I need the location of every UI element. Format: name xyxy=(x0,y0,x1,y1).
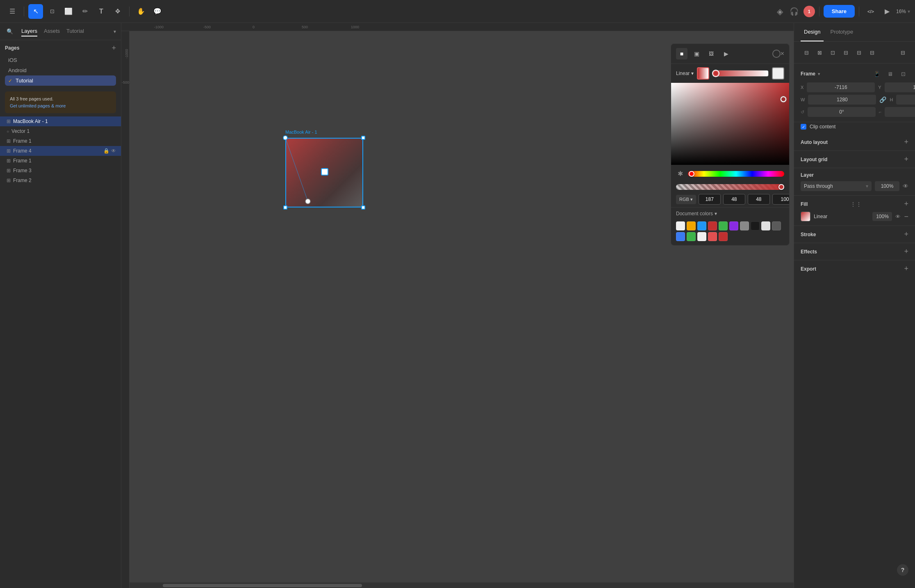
canvas-area[interactable]: -1000 -500 0 500 1000 -1000 -500 MacBook… xyxy=(121,23,794,588)
gradient-start-stop[interactable] xyxy=(697,67,709,80)
layer-mode-select[interactable]: Pass through ▾ xyxy=(801,181,872,191)
frame-tool[interactable]: ⊡ xyxy=(45,4,59,19)
layer-frame1-first[interactable]: ⊞ Frame 1 xyxy=(0,136,121,146)
gradient-type-icon[interactable]: ▣ xyxy=(691,48,702,59)
add-export-button[interactable]: + xyxy=(904,264,908,273)
layer-lock-icon-3[interactable]: 🔒 xyxy=(103,148,109,154)
blue-input[interactable] xyxy=(748,194,770,205)
fill-opacity-input[interactable] xyxy=(872,212,892,221)
add-auto-layout-button[interactable]: + xyxy=(904,138,908,146)
hue-thumb[interactable] xyxy=(689,171,694,177)
layer-macbook-air[interactable]: ⊞ MacBook Air - 1 🔒 👁 xyxy=(0,116,121,126)
opacity-percent-input[interactable] xyxy=(772,194,790,205)
frame-icon-resize[interactable]: ⊡ xyxy=(898,68,908,79)
tab-assets[interactable]: Assets xyxy=(44,26,60,36)
red-input[interactable] xyxy=(699,194,721,205)
swatch-0[interactable] xyxy=(676,221,685,230)
swatch-10[interactable] xyxy=(676,232,685,241)
canvas-scrollbar-horizontal[interactable] xyxy=(130,582,794,588)
hue-slider[interactable] xyxy=(688,171,784,177)
solid-type-icon[interactable]: ■ xyxy=(676,48,687,59)
gradient-track[interactable] xyxy=(712,70,769,77)
gradient-stop-red[interactable] xyxy=(713,71,719,76)
cp-circle-icon[interactable] xyxy=(772,50,781,58)
add-page-button[interactable]: + xyxy=(112,44,116,52)
align-top-button[interactable]: ⊟ xyxy=(840,47,851,58)
tab-layers[interactable]: Layers xyxy=(21,26,37,36)
page-item-android[interactable]: Android xyxy=(5,65,116,75)
layer-opacity-input[interactable] xyxy=(875,181,899,191)
align-right-button[interactable]: ⊡ xyxy=(827,47,838,58)
add-effect-button[interactable]: + xyxy=(904,247,908,256)
cp-close-button[interactable]: × xyxy=(781,50,784,57)
tutorial-chevron[interactable]: ▾ xyxy=(114,29,116,34)
frame-icon-phone[interactable]: 📱 xyxy=(872,68,882,79)
page-item-tutorial[interactable]: ✓ Tutorial xyxy=(5,75,116,86)
opacity-thumb[interactable] xyxy=(778,184,784,190)
swatch-14[interactable] xyxy=(719,232,728,241)
comment-tool[interactable]: 💬 xyxy=(150,4,165,19)
warning-link[interactable]: Get unlimited pages & more xyxy=(10,103,66,108)
fill-remove-button[interactable]: − xyxy=(904,212,908,221)
shape-tool[interactable]: ⬜ xyxy=(61,4,76,19)
menu-icon[interactable]: ☰ xyxy=(5,4,20,19)
canvas-frame-container[interactable]: MacBook Air - 1 xyxy=(285,138,363,207)
swatch-6[interactable] xyxy=(740,221,749,230)
distribute-button[interactable]: ⊟ xyxy=(897,47,908,58)
search-icon[interactable]: 🔍 xyxy=(5,27,15,36)
tab-design[interactable]: Design xyxy=(801,23,824,41)
help-button[interactable]: ? xyxy=(897,564,908,576)
pen-tool[interactable]: ✏ xyxy=(77,4,92,19)
fill-grid-icon[interactable]: ⋮⋮ xyxy=(850,201,862,207)
fill-color-preview[interactable] xyxy=(801,212,810,221)
swatch-7[interactable] xyxy=(751,221,760,230)
align-left-button[interactable]: ⊟ xyxy=(801,47,812,58)
rotation-input[interactable] xyxy=(808,107,876,117)
w-input[interactable] xyxy=(808,95,876,105)
frame-icon-desktop[interactable]: 🖥 xyxy=(885,68,895,79)
swatch-3[interactable] xyxy=(708,221,717,230)
component-tool[interactable]: ❖ xyxy=(110,4,125,19)
scrollbar-thumb-h[interactable] xyxy=(163,584,362,587)
fill-visibility-button[interactable]: 👁 xyxy=(895,214,901,220)
swatch-9[interactable] xyxy=(772,221,781,230)
layer-vector1[interactable]: ○ Vector 1 xyxy=(0,126,121,136)
swatch-2[interactable] xyxy=(697,221,706,230)
image-type-icon[interactable]: 🖼 xyxy=(706,48,717,59)
share-button[interactable]: Share xyxy=(824,5,855,18)
layer-visibility-button[interactable]: 👁 xyxy=(903,183,908,189)
zoom-chevron[interactable]: ▾ xyxy=(908,9,910,14)
add-stroke-button[interactable]: + xyxy=(904,230,908,239)
layer-frame4[interactable]: ⊞ Frame 4 🔒 👁 xyxy=(0,146,121,156)
corner-input[interactable] xyxy=(885,107,915,117)
green-input[interactable] xyxy=(723,194,745,205)
layer-frame3[interactable]: ⊞ Frame 3 xyxy=(0,166,121,175)
h-input[interactable] xyxy=(896,95,915,105)
tab-prototype[interactable]: Prototype xyxy=(827,23,856,41)
layer-frame1-second[interactable]: ⊞ Frame 1 xyxy=(0,156,121,166)
opacity-slider[interactable] xyxy=(676,184,784,190)
swatch-12[interactable] xyxy=(697,232,706,241)
align-center-v-button[interactable]: ⊟ xyxy=(853,47,865,58)
gradient-end-stop[interactable] xyxy=(772,67,784,80)
layer-lock-icon-0[interactable]: 🔒 xyxy=(103,119,109,124)
swatch-5[interactable] xyxy=(729,221,738,230)
doc-colors-label[interactable]: Document colors ▾ xyxy=(676,211,717,217)
gradient-type-button[interactable]: Linear ▾ xyxy=(676,71,694,76)
eyedropper-button[interactable]: ✱ xyxy=(676,168,685,179)
x-input[interactable] xyxy=(807,82,875,92)
swatch-13[interactable] xyxy=(708,232,717,241)
layer-frame2[interactable]: ⊞ Frame 2 xyxy=(0,175,121,185)
code-view-icon[interactable]: </> xyxy=(863,4,878,19)
swatch-8[interactable] xyxy=(761,221,770,230)
tab-tutorial[interactable]: Tutorial xyxy=(66,26,84,36)
zoom-level[interactable]: 16% xyxy=(896,9,906,14)
add-fill-button[interactable]: + xyxy=(904,200,908,208)
frame-section-title-row[interactable]: Frame ▾ 📱 🖥 ⊡ xyxy=(801,68,908,79)
color-gradient-canvas[interactable] xyxy=(671,83,789,165)
swatch-4[interactable] xyxy=(719,221,728,230)
layer-eye-icon-3[interactable]: 👁 xyxy=(111,148,116,154)
lock-aspect-button[interactable]: 🔗 xyxy=(879,96,886,103)
swatch-1[interactable] xyxy=(687,221,696,230)
video-type-icon[interactable]: ▶ xyxy=(720,48,732,59)
